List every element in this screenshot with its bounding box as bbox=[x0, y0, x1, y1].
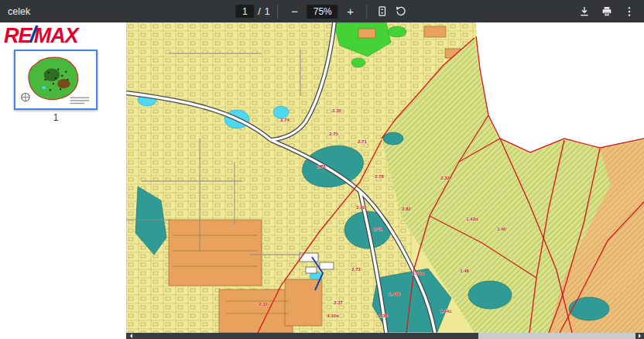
map-label: 1.40 bbox=[497, 227, 506, 231]
document-title: celek bbox=[8, 6, 30, 17]
map-label: 2.82 bbox=[402, 207, 411, 211]
toolbar-center-controls: / 1 − 75% + bbox=[235, 3, 408, 20]
map-label: 2.78 bbox=[375, 174, 384, 179]
zoom-level: 75% bbox=[307, 5, 338, 19]
map-label: 2.32 bbox=[440, 176, 450, 180]
fit-page-icon bbox=[377, 5, 389, 17]
horizontal-scrollbar[interactable] bbox=[126, 333, 644, 339]
map-label: 2.80 bbox=[356, 205, 365, 210]
thumbnails-sidebar: RE/MAX bbox=[0, 22, 126, 339]
map-label: 2.73 bbox=[351, 267, 361, 272]
map-label: 2.37 bbox=[334, 300, 343, 305]
fit-page-button[interactable] bbox=[375, 4, 390, 19]
map-label: 2.75 bbox=[329, 132, 338, 136]
map-unmapped-region bbox=[476, 22, 644, 152]
toolbar-divider bbox=[278, 5, 279, 19]
map-label: 1.42d bbox=[466, 217, 478, 221]
pdf-toolbar: celek / 1 − 75% + bbox=[0, 0, 644, 22]
remax-logo-max: MAX bbox=[34, 24, 78, 47]
rotate-button[interactable] bbox=[394, 4, 409, 19]
zoom-in-button[interactable]: + bbox=[342, 3, 359, 20]
more-options-button[interactable] bbox=[622, 4, 637, 19]
map-label: 2.35 bbox=[332, 108, 341, 113]
page-number-input[interactable] bbox=[235, 5, 254, 18]
map-label: 2.38 bbox=[379, 313, 388, 318]
download-button[interactable] bbox=[577, 4, 592, 19]
print-button[interactable] bbox=[599, 4, 615, 19]
map-label: 2.34 bbox=[259, 302, 268, 306]
map-label: 2.71 bbox=[358, 139, 367, 144]
toolbar-right-controls bbox=[577, 4, 637, 19]
map-label: 1.48 bbox=[460, 269, 469, 273]
toolbar-divider bbox=[367, 5, 368, 19]
page-thumbnail-number: 1 bbox=[14, 112, 98, 123]
map-label: 1.44c bbox=[440, 309, 452, 313]
horizontal-scrollbar-thumb[interactable] bbox=[135, 333, 478, 339]
map-label: 2.31 bbox=[373, 227, 382, 231]
print-icon bbox=[601, 5, 613, 18]
more-vert-icon bbox=[623, 5, 635, 18]
map-label: 1.44a bbox=[412, 271, 424, 276]
page-separator: / bbox=[258, 6, 260, 17]
map-label: 2.74 bbox=[280, 118, 289, 122]
page-thumbnail[interactable] bbox=[14, 50, 98, 110]
map-label: 2.76 bbox=[317, 164, 326, 169]
scroll-right-arrow[interactable] bbox=[635, 333, 644, 339]
map-label: 4.10a bbox=[327, 313, 339, 318]
remax-logo-re: RE bbox=[4, 24, 32, 47]
triangle-left-icon bbox=[128, 334, 132, 338]
rotate-ccw-icon bbox=[396, 5, 407, 17]
zoning-map: 2.742.352.752.712.762.782.322.802.821.42… bbox=[126, 22, 644, 333]
page-count-label: 1 bbox=[265, 6, 270, 17]
zoom-out-button[interactable]: − bbox=[286, 3, 303, 20]
map-viewer: 2.742.352.752.712.762.782.322.802.821.42… bbox=[126, 22, 644, 339]
remax-logo: RE/MAX bbox=[4, 23, 126, 47]
scroll-left-arrow[interactable] bbox=[126, 333, 135, 339]
map-label: 1.44b bbox=[389, 292, 401, 296]
page-thumbnail-container: 1 bbox=[14, 50, 98, 123]
triangle-right-icon bbox=[639, 334, 643, 338]
thumbnail-map-image bbox=[15, 51, 96, 108]
download-icon bbox=[578, 5, 591, 18]
